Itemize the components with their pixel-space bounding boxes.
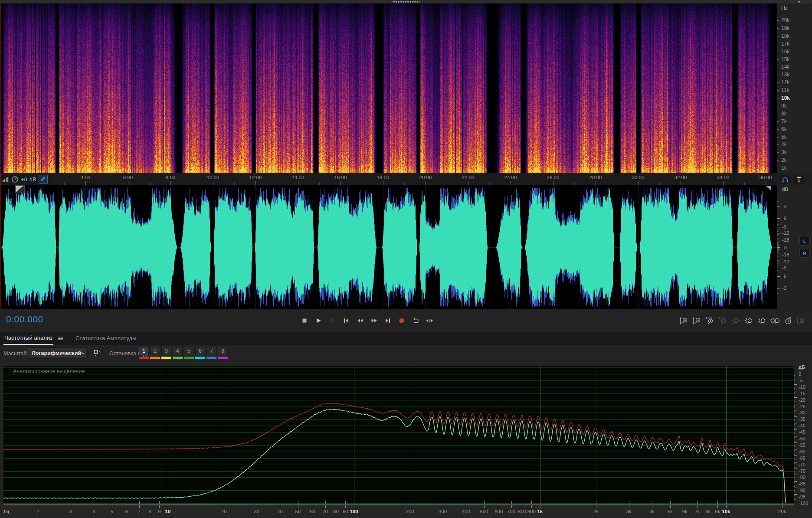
play-button[interactable] [314,316,323,325]
hold-button-5[interactable]: 5 [184,347,194,355]
zoom-in-horizontal-button[interactable] [705,316,714,325]
zoom-to-in-point-button[interactable] [744,316,753,325]
frequency-tick-label: 9 [158,509,160,514]
frequency-tick-label: 400 [462,509,470,514]
zoom-full-button[interactable] [796,316,805,325]
frequency-tick-label: 2k [593,509,599,514]
spectral-scale-label: 16k [781,49,789,54]
hold-color-bar [139,357,149,359]
spectral-scale-tick [777,52,779,52]
frequency-tick-label: 70 [322,509,328,514]
frequency-tick-label: 800 [518,509,526,514]
frequency-tick-label: 300 [439,509,447,514]
db-axis-label: -90 [799,488,805,493]
frequency-tick [697,505,698,508]
frequency-tick [112,505,112,508]
ruler-tick [149,183,150,185]
zoom-reset-button[interactable] [731,316,740,325]
hold-button-1[interactable]: 1 [139,347,149,355]
tab-amplitude-statistics[interactable]: Статистика Амплитуды [75,332,137,344]
hold-button-2[interactable]: 2 [150,347,160,355]
frequency-tick [38,505,38,508]
hold-buttons: 12345678 [139,347,228,359]
db-tick-label: -6 [782,216,786,221]
spectrogram-view[interactable] [0,3,776,173]
frequency-tick-label: 90 [343,509,348,514]
tab-menu-icon[interactable] [58,336,63,341]
frequency-tick [336,505,336,508]
record-button[interactable] [397,316,406,325]
frequency-tick [354,505,354,508]
frequency-tick-label: 10k [722,509,730,514]
spectral-scale-label: 20k [781,18,789,23]
zoom-out-vertical-button[interactable] [692,316,701,325]
hold-button-7[interactable]: 7 [206,347,216,355]
chevron-down-icon [81,352,84,354]
go-to-start-button[interactable] [342,316,350,325]
timeline-ruler[interactable]: 2:004:006:008:0010:0012:0014:0016:0018:0… [0,173,776,186]
frequency-tick-label: 4 [92,509,95,514]
ruler-tick [298,181,298,185]
hold-button-3[interactable]: 3 [161,347,171,355]
channel-button-r[interactable]: R [799,249,810,258]
hold-button-8[interactable]: 8 [218,347,228,355]
zoom-to-selection-button[interactable] [770,316,779,325]
time-display[interactable]: 0:00.000 [6,314,43,325]
playhead-line[interactable] [0,3,1,309]
skip-selection-button[interactable] [425,316,434,325]
ruler-time-label: 18:00 [377,175,390,180]
frequency-tick [71,505,71,508]
zoom-out-horizontal-button[interactable] [718,316,727,325]
zoom-to-time-button[interactable] [783,316,792,325]
frequency-tick-label: 700 [507,509,515,514]
frequency-tick-label: 80 [333,509,339,514]
spectral-scale-label: 18k [781,33,789,39]
frequency-tick [159,505,160,508]
waveform-view[interactable] [0,186,776,309]
zoom-in-vertical-button[interactable] [679,316,688,325]
go-to-end-button[interactable] [383,316,392,325]
hud-pin-button[interactable] [39,175,48,184]
tab-frequency-analysis[interactable]: Частотный анализ [3,332,53,345]
stop-button[interactable] [300,316,309,325]
db-axis-label: -30 [799,410,805,415]
scale-dropdown[interactable]: Логарифмический [27,348,88,359]
hold-color-bar [150,357,160,359]
rewind-button[interactable] [356,316,364,325]
ruler-time-label: 6:00 [123,175,133,180]
frequency-tick [345,505,346,508]
ruler-tick [574,183,575,185]
ruler-time-label: 12:00 [249,175,262,180]
waveform-canvas[interactable] [0,186,776,309]
spectrogram-canvas[interactable] [0,3,776,173]
zoom-to-out-point-button[interactable] [757,316,766,325]
pin-display-button[interactable] [794,175,804,184]
panel-menu-chevron-icon[interactable] [796,0,802,3]
panel-drag-handle[interactable] [393,1,419,3]
monitor-spectrum-button[interactable] [780,175,790,184]
frequency-tick [484,505,485,508]
frequency-tick-label: 5 [111,509,113,514]
spectral-scale-label: 17k [781,41,789,46]
loop-playback-button[interactable] [411,316,420,325]
selection-grip-icon[interactable] [15,185,25,193]
spectral-scale-tick [777,20,779,21]
pin-icon [796,176,802,183]
frequency-tick-label: 40 [277,509,283,514]
ruler-tick [277,183,277,185]
spectral-scale-label: 10k [781,95,790,101]
hold-button-4[interactable]: 4 [173,347,183,355]
copy-graph-button[interactable] [93,349,102,357]
gain-value[interactable]: +0 [21,176,27,183]
gain-knob-icon[interactable] [11,176,19,183]
pause-button[interactable] [328,316,337,325]
hold-button-group: 7 [206,347,216,359]
channel-button-l[interactable]: L [799,237,810,246]
ruler-tick [744,183,745,185]
ruler-time-label: 4:00 [81,175,90,180]
scroll-grip-icon[interactable] [765,186,772,192]
db-tick-label: -6 [782,274,786,279]
hold-button-6[interactable]: 6 [195,347,205,355]
fast-forward-button[interactable] [370,316,378,325]
frequency-tick-label: 7k [694,509,700,514]
